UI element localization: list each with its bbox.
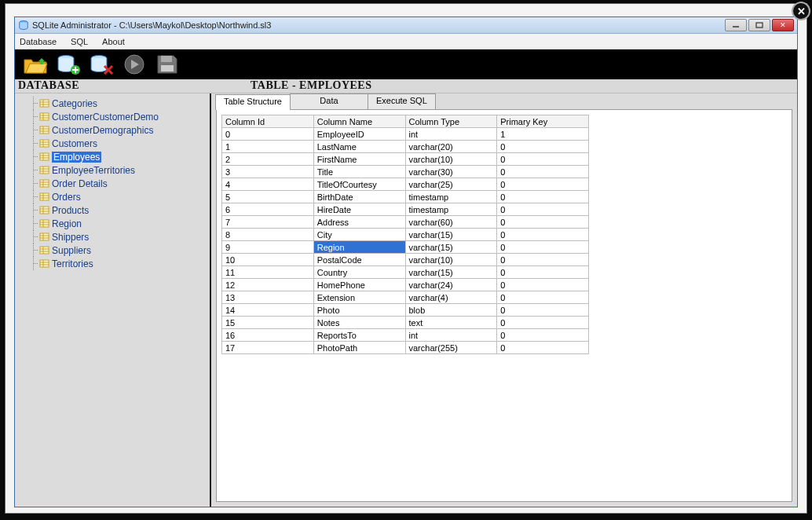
table-row[interactable]: 10PostalCodevarchar(10)0 bbox=[222, 254, 589, 266]
table-row[interactable]: 17PhotoPathvarchar(255)0 bbox=[222, 342, 589, 354]
sidebar-item-suppliers[interactable]: Suppliers bbox=[24, 244, 210, 257]
cell-primary-key[interactable]: 0 bbox=[497, 279, 589, 291]
delete-table-button[interactable] bbox=[87, 52, 115, 77]
table-row[interactable]: 14Photoblob0 bbox=[222, 304, 589, 317]
cell-column-type[interactable]: timestamp bbox=[405, 191, 497, 203]
cell-column-type[interactable]: varchar(24) bbox=[405, 279, 497, 291]
maximize-button[interactable] bbox=[748, 19, 770, 31]
table-row[interactable]: 15Notestext0 bbox=[222, 317, 589, 329]
table-row[interactable]: 0EmployeeIDint1 bbox=[222, 128, 589, 141]
cell-column-name[interactable]: Notes bbox=[313, 317, 405, 329]
cell-primary-key[interactable]: 0 bbox=[497, 141, 589, 153]
cell-column-type[interactable]: timestamp bbox=[405, 203, 497, 216]
cell-column-type[interactable]: blob bbox=[405, 304, 497, 317]
sidebar-item-orders[interactable]: Orders bbox=[24, 190, 210, 203]
cell-primary-key[interactable]: 0 bbox=[497, 329, 589, 342]
sidebar-item-order-details[interactable]: Order Details bbox=[24, 177, 210, 190]
menu-database[interactable]: Database bbox=[20, 37, 57, 46]
sidebar-tree[interactable]: CategoriesCustomerCustomerDemoCustomerDe… bbox=[15, 93, 211, 507]
cell-primary-key[interactable]: 0 bbox=[497, 153, 589, 166]
cell-column-id[interactable]: 3 bbox=[222, 166, 314, 178]
table-row[interactable]: 12HomePhonevarchar(24)0 bbox=[222, 279, 589, 291]
cell-primary-key[interactable]: 0 bbox=[497, 241, 589, 254]
cell-column-id[interactable]: 11 bbox=[222, 266, 314, 279]
sidebar-item-territories[interactable]: Territories bbox=[24, 257, 210, 270]
cell-column-id[interactable]: 6 bbox=[222, 203, 314, 216]
sidebar-item-employees[interactable]: Employees bbox=[24, 150, 210, 163]
cell-column-id[interactable]: 15 bbox=[222, 317, 314, 329]
cell-column-name[interactable]: Address bbox=[313, 216, 405, 229]
cell-column-type[interactable]: varchar(255) bbox=[405, 342, 497, 354]
sidebar-item-customers[interactable]: Customers bbox=[24, 137, 210, 150]
cell-column-name[interactable]: FirstName bbox=[313, 153, 405, 166]
cell-column-name[interactable]: HomePhone bbox=[313, 279, 405, 291]
cell-column-name[interactable]: PostalCode bbox=[313, 254, 405, 266]
cell-primary-key[interactable]: 0 bbox=[497, 317, 589, 329]
cell-column-id[interactable]: 8 bbox=[222, 229, 314, 241]
sidebar-item-employeeterritories[interactable]: EmployeeTerritories bbox=[24, 163, 210, 177]
header-column-type[interactable]: Column Type bbox=[405, 115, 497, 128]
cell-column-id[interactable]: 12 bbox=[222, 279, 314, 291]
sidebar-item-shippers[interactable]: Shippers bbox=[24, 230, 210, 244]
cell-column-name[interactable]: ReportsTo bbox=[313, 329, 405, 342]
run-button[interactable] bbox=[120, 52, 148, 77]
cell-column-name[interactable]: PhotoPath bbox=[313, 342, 405, 354]
cell-column-id[interactable]: 4 bbox=[222, 178, 314, 191]
sidebar-item-products[interactable]: Products bbox=[24, 203, 210, 217]
cell-column-name[interactable]: LastName bbox=[313, 141, 405, 153]
cell-column-id[interactable]: 0 bbox=[222, 128, 314, 141]
cell-column-id[interactable]: 10 bbox=[222, 254, 314, 266]
table-row[interactable]: 3Titlevarchar(30)0 bbox=[222, 166, 589, 178]
header-column-name[interactable]: Column Name bbox=[313, 115, 405, 128]
menu-about[interactable]: About bbox=[102, 37, 125, 46]
cell-column-id[interactable]: 13 bbox=[222, 291, 314, 304]
cell-column-type[interactable]: varchar(20) bbox=[405, 141, 497, 153]
menu-sql[interactable]: SQL bbox=[71, 37, 88, 46]
table-row[interactable]: 2FirstNamevarchar(10)0 bbox=[222, 153, 589, 166]
cell-column-name[interactable]: EmployeeID bbox=[313, 128, 405, 141]
cell-column-name[interactable]: TitleOfCourtesy bbox=[313, 178, 405, 191]
table-row[interactable]: 7Addressvarchar(60)0 bbox=[222, 216, 589, 229]
cell-column-id[interactable]: 2 bbox=[222, 153, 314, 166]
sidebar-item-customercustomerdemo[interactable]: CustomerCustomerDemo bbox=[24, 110, 210, 123]
cell-column-type[interactable]: varchar(25) bbox=[405, 178, 497, 191]
table-row[interactable]: 16ReportsToint0 bbox=[222, 329, 589, 342]
cell-primary-key[interactable]: 0 bbox=[497, 216, 589, 229]
cell-column-type[interactable]: int bbox=[405, 329, 497, 342]
table-row[interactable]: 9Regionvarchar(15)0 bbox=[222, 241, 589, 254]
header-column-id[interactable]: Column Id bbox=[222, 115, 314, 128]
cell-primary-key[interactable]: 0 bbox=[497, 166, 589, 178]
cell-column-id[interactable]: 9 bbox=[222, 241, 314, 254]
table-row[interactable]: 5BirthDatetimestamp0 bbox=[222, 191, 589, 203]
cell-column-id[interactable]: 14 bbox=[222, 304, 314, 317]
cell-primary-key[interactable]: 0 bbox=[497, 342, 589, 354]
cell-column-id[interactable]: 7 bbox=[222, 216, 314, 229]
open-database-button[interactable] bbox=[21, 52, 49, 77]
cell-column-id[interactable]: 5 bbox=[222, 191, 314, 203]
header-primary-key[interactable]: Primary Key bbox=[497, 115, 589, 128]
cell-column-id[interactable]: 17 bbox=[222, 342, 314, 354]
cell-column-name[interactable]: Region bbox=[313, 241, 405, 254]
cell-column-type[interactable]: varchar(10) bbox=[405, 153, 497, 166]
cell-primary-key[interactable]: 0 bbox=[497, 191, 589, 203]
cell-primary-key[interactable]: 0 bbox=[497, 254, 589, 266]
table-row[interactable]: 13Extensionvarchar(4)0 bbox=[222, 291, 589, 304]
minimize-button[interactable] bbox=[725, 19, 747, 31]
cell-column-type[interactable]: int bbox=[405, 128, 497, 141]
cell-primary-key[interactable]: 0 bbox=[497, 178, 589, 191]
save-button[interactable] bbox=[153, 52, 181, 77]
cell-primary-key[interactable]: 0 bbox=[497, 304, 589, 317]
cell-primary-key[interactable]: 0 bbox=[497, 229, 589, 241]
tab-execute-sql[interactable]: Execute SQL bbox=[368, 93, 436, 109]
cell-column-name[interactable]: Photo bbox=[313, 304, 405, 317]
sidebar-item-categories[interactable]: Categories bbox=[24, 97, 210, 110]
cell-column-type[interactable]: varchar(15) bbox=[405, 229, 497, 241]
title-bar[interactable]: SQLite Administrator - C:\Users\Maykol\D… bbox=[15, 17, 797, 34]
close-button[interactable]: ✕ bbox=[772, 19, 794, 31]
table-row[interactable]: 1LastNamevarchar(20)0 bbox=[222, 141, 589, 153]
cell-column-id[interactable]: 1 bbox=[222, 141, 314, 153]
table-row[interactable]: 6HireDatetimestamp0 bbox=[222, 203, 589, 216]
columns-table[interactable]: Column Id Column Name Column Type Primar… bbox=[221, 115, 589, 354]
table-row[interactable]: 11Countryvarchar(15)0 bbox=[222, 266, 589, 279]
cell-column-type[interactable]: varchar(30) bbox=[405, 166, 497, 178]
